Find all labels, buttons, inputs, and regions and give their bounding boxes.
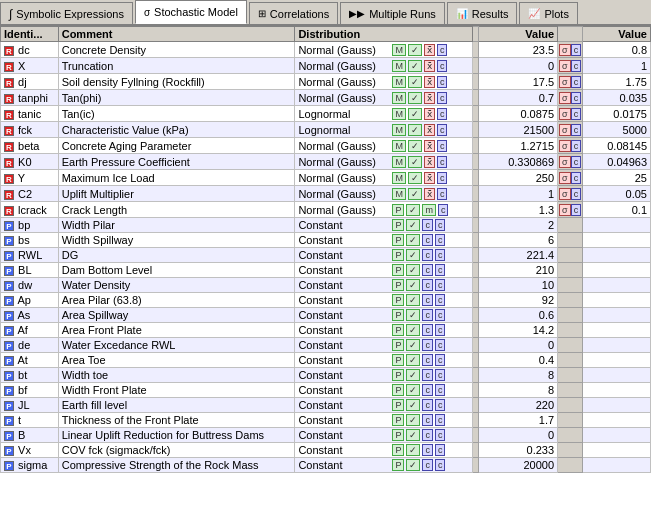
dist-c2-button[interactable]: c — [435, 219, 446, 231]
dist-p-button[interactable]: P — [392, 309, 404, 321]
sigma-button[interactable]: σ — [559, 124, 571, 136]
tab-symbolic[interactable]: ∫ Symbolic Expressions — [0, 2, 133, 24]
dist-p-button[interactable]: P — [392, 399, 404, 411]
dist-check-button[interactable]: ✓ — [408, 76, 422, 88]
dist-m2-button[interactable]: m — [422, 204, 436, 216]
dist-mode-button[interactable]: M — [392, 156, 406, 168]
dist-check-button[interactable]: ✓ — [408, 124, 422, 136]
dist-p-button[interactable]: P — [392, 324, 404, 336]
dist-p-button[interactable]: P — [392, 339, 404, 351]
dist-c-button[interactable]: c — [438, 204, 449, 216]
sigma-c-button[interactable]: c — [571, 188, 582, 200]
sigma-c-button[interactable]: c — [571, 204, 582, 216]
dist-p-button[interactable]: P — [392, 249, 404, 261]
tab-multiple[interactable]: ▶▶ Multiple Runs — [340, 2, 445, 24]
dist-c-button[interactable]: c — [422, 219, 433, 231]
dist-c-button[interactable]: c — [437, 140, 448, 152]
dist-check-button[interactable]: ✓ — [406, 339, 420, 351]
dist-check-button[interactable]: ✓ — [408, 140, 422, 152]
cell-value2[interactable]: 0.04963 — [583, 154, 651, 170]
dist-check-button[interactable]: ✓ — [408, 108, 422, 120]
cell-value1[interactable]: 0.7 — [478, 90, 557, 106]
dist-c-button[interactable]: c — [422, 459, 433, 471]
dist-c-button[interactable]: c — [437, 108, 448, 120]
dist-c2-button[interactable]: c — [435, 354, 446, 366]
dist-check-button[interactable]: ✓ — [406, 354, 420, 366]
cell-value1[interactable]: 210 — [478, 263, 557, 278]
cell-value1[interactable]: 221.4 — [478, 248, 557, 263]
dist-check-button[interactable]: ✓ — [406, 234, 420, 246]
dist-check-button[interactable]: ✓ — [406, 384, 420, 396]
dist-mode-button[interactable]: M — [392, 108, 406, 120]
cell-value1[interactable]: 0 — [478, 338, 557, 353]
sigma-button[interactable]: σ — [559, 204, 571, 216]
cell-value1[interactable]: 0.0875 — [478, 106, 557, 122]
cell-value1[interactable]: 0 — [478, 428, 557, 443]
sigma-button[interactable]: σ — [559, 44, 571, 56]
dist-x-button[interactable]: x̄ — [424, 76, 435, 88]
dist-x-button[interactable]: x̄ — [424, 108, 435, 120]
dist-c-button[interactable]: c — [422, 324, 433, 336]
cell-value1[interactable]: 20000 — [478, 458, 557, 473]
dist-check-button[interactable]: ✓ — [408, 172, 422, 184]
cell-value1[interactable]: 0.4 — [478, 353, 557, 368]
cell-value1[interactable]: 250 — [478, 170, 557, 186]
tab-results[interactable]: 📊 Results — [447, 2, 518, 24]
dist-c-button[interactable]: c — [437, 172, 448, 184]
cell-value2[interactable]: 0.08145 — [583, 138, 651, 154]
dist-c2-button[interactable]: c — [435, 369, 446, 381]
cell-value1[interactable]: 0 — [478, 58, 557, 74]
sigma-c-button[interactable]: c — [571, 76, 582, 88]
tab-correlations[interactable]: ⊞ Correlations — [249, 2, 338, 24]
dist-p-button[interactable]: P — [392, 444, 404, 456]
cell-value1[interactable]: 23.5 — [478, 42, 557, 58]
dist-c2-button[interactable]: c — [435, 339, 446, 351]
dist-mode-button[interactable]: M — [392, 188, 406, 200]
dist-c2-button[interactable]: c — [435, 264, 446, 276]
cell-value2[interactable]: 5000 — [583, 122, 651, 138]
dist-c-button[interactable]: c — [422, 279, 433, 291]
cell-value1[interactable]: 14.2 — [478, 323, 557, 338]
dist-c-button[interactable]: c — [422, 339, 433, 351]
dist-mode-button[interactable]: M — [392, 44, 406, 56]
dist-x-button[interactable]: x̄ — [424, 44, 435, 56]
sigma-c-button[interactable]: c — [571, 124, 582, 136]
dist-mode-button[interactable]: M — [392, 124, 406, 136]
dist-check-button[interactable]: ✓ — [406, 324, 420, 336]
sigma-button[interactable]: σ — [559, 76, 571, 88]
dist-p-button[interactable]: P — [392, 354, 404, 366]
dist-c2-button[interactable]: c — [435, 384, 446, 396]
sigma-button[interactable]: σ — [559, 188, 571, 200]
dist-check-button[interactable]: ✓ — [406, 429, 420, 441]
dist-c-button[interactable]: c — [422, 309, 433, 321]
sigma-button[interactable]: σ — [559, 172, 571, 184]
dist-check-button[interactable]: ✓ — [406, 204, 420, 216]
dist-p-button[interactable]: P — [392, 294, 404, 306]
cell-value1[interactable]: 21500 — [478, 122, 557, 138]
dist-p-button[interactable]: P — [392, 384, 404, 396]
dist-c-button[interactable]: c — [422, 354, 433, 366]
dist-check-button[interactable]: ✓ — [406, 279, 420, 291]
dist-mode-button[interactable]: M — [392, 76, 406, 88]
dist-p-button[interactable]: P — [392, 264, 404, 276]
dist-x-button[interactable]: x̄ — [424, 124, 435, 136]
sigma-button[interactable]: σ — [559, 156, 571, 168]
dist-check-button[interactable]: ✓ — [408, 156, 422, 168]
dist-c-button[interactable]: c — [422, 264, 433, 276]
dist-c2-button[interactable]: c — [435, 249, 446, 261]
dist-c-button[interactable]: c — [437, 92, 448, 104]
dist-check-button[interactable]: ✓ — [406, 369, 420, 381]
dist-mode-button[interactable]: M — [392, 140, 406, 152]
tab-stochastic[interactable]: σ Stochastic Model — [135, 0, 247, 24]
cell-value1[interactable]: 0.6 — [478, 308, 557, 323]
dist-p-button[interactable]: P — [392, 279, 404, 291]
dist-c2-button[interactable]: c — [435, 324, 446, 336]
dist-c2-button[interactable]: c — [435, 309, 446, 321]
dist-mode-button[interactable]: P — [392, 204, 404, 216]
dist-c-button[interactable]: c — [437, 188, 448, 200]
dist-x-button[interactable]: x̄ — [424, 92, 435, 104]
dist-check-button[interactable]: ✓ — [406, 444, 420, 456]
tab-plots[interactable]: 📈 Plots — [519, 2, 577, 24]
dist-check-button[interactable]: ✓ — [408, 44, 422, 56]
cell-value2[interactable]: 1 — [583, 58, 651, 74]
